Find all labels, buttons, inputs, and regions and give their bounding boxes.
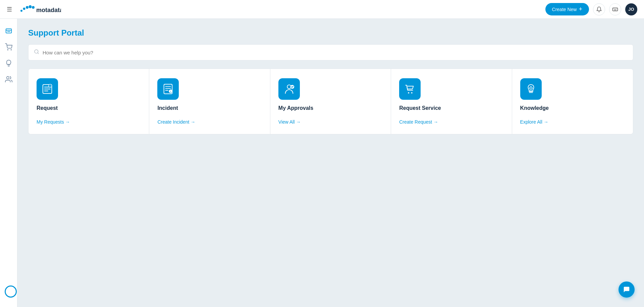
approvals-icon-wrap xyxy=(278,78,300,100)
topnav: ☰ motadata Create New + xyxy=(0,0,644,19)
sidebar xyxy=(0,19,17,307)
lightbulb-icon xyxy=(5,59,12,67)
knowledge-link[interactable]: Explore All → xyxy=(520,119,625,125)
chat-icon xyxy=(623,286,630,293)
approvals-card[interactable]: My Approvals View All → xyxy=(270,69,391,134)
svg-point-31 xyxy=(408,92,409,94)
svg-line-16 xyxy=(38,53,39,54)
request-card[interactable]: ! Request My Requests → xyxy=(29,69,149,134)
search-bar xyxy=(28,44,633,60)
logo-svg: motadata xyxy=(17,3,61,15)
service-icon xyxy=(404,83,416,95)
cart-icon xyxy=(5,43,12,51)
keyboard-icon xyxy=(612,6,618,12)
layout: Support Portal xyxy=(0,19,644,307)
svg-point-4 xyxy=(32,6,35,9)
chat-bubble-button[interactable] xyxy=(619,281,635,298)
create-new-label: Create New xyxy=(552,7,577,12)
approvals-link[interactable]: View All → xyxy=(278,119,383,125)
request-link[interactable]: My Requests → xyxy=(37,119,141,125)
svg-text:motadata: motadata xyxy=(36,7,61,13)
incident-icon-wrap: ! xyxy=(157,78,179,100)
bell-icon xyxy=(596,6,602,12)
svg-point-0 xyxy=(20,10,22,12)
plus-icon: + xyxy=(579,6,582,13)
sidebar-item-users[interactable] xyxy=(2,73,15,86)
knowledge-title: Knowledge xyxy=(520,105,625,111)
svg-point-3 xyxy=(29,5,32,8)
request-icon: ! xyxy=(41,83,54,95)
svg-point-2 xyxy=(26,6,29,9)
status-indicator xyxy=(5,286,17,298)
knowledge-card[interactable]: Knowledge Explore All → xyxy=(512,69,633,134)
service-link[interactable]: Create Request → xyxy=(399,119,503,125)
cards-grid: ! Request My Requests → ! xyxy=(28,69,633,134)
tickets-icon xyxy=(5,27,12,35)
knowledge-icon xyxy=(525,83,537,95)
svg-point-14 xyxy=(6,77,9,79)
svg-point-10 xyxy=(7,49,8,50)
request-icon-wrap: ! xyxy=(37,78,58,100)
search-icon xyxy=(34,49,39,56)
user-avatar[interactable]: JO xyxy=(625,3,637,15)
hamburger-menu[interactable]: ☰ xyxy=(7,6,12,13)
approvals-icon xyxy=(283,83,296,95)
sidebar-item-tickets[interactable] xyxy=(2,24,15,38)
notifications-button[interactable] xyxy=(593,3,605,15)
svg-point-35 xyxy=(530,87,532,89)
keyboard-button[interactable] xyxy=(609,3,621,15)
svg-point-11 xyxy=(11,49,11,50)
knowledge-icon-wrap xyxy=(520,78,542,100)
incident-link[interactable]: Create Incident → xyxy=(157,119,262,125)
service-card[interactable]: Request Service Create Request → xyxy=(391,69,512,134)
page-title: Support Portal xyxy=(28,28,633,38)
svg-text:!: ! xyxy=(170,90,171,93)
svg-rect-7 xyxy=(6,29,11,33)
service-title: Request Service xyxy=(399,105,503,111)
sidebar-item-knowledge[interactable] xyxy=(2,56,15,70)
logo: motadata xyxy=(17,3,61,15)
svg-point-32 xyxy=(411,92,413,94)
search-input[interactable] xyxy=(43,50,628,55)
create-new-button[interactable]: Create New + xyxy=(545,3,589,15)
users-icon xyxy=(5,76,12,83)
incident-card[interactable]: ! Incident Create Incident → xyxy=(149,69,270,134)
incident-title: Incident xyxy=(157,105,262,111)
approvals-title: My Approvals xyxy=(278,105,383,111)
main-content: Support Portal xyxy=(17,19,644,307)
svg-text:!: ! xyxy=(50,85,50,87)
service-icon-wrap xyxy=(399,78,421,100)
svg-rect-6 xyxy=(613,8,618,11)
incident-icon: ! xyxy=(162,83,174,95)
request-title: Request xyxy=(37,105,141,111)
svg-point-1 xyxy=(23,7,25,10)
sidebar-item-shopping[interactable] xyxy=(2,40,15,54)
topnav-actions: Create New + JO xyxy=(545,3,637,15)
